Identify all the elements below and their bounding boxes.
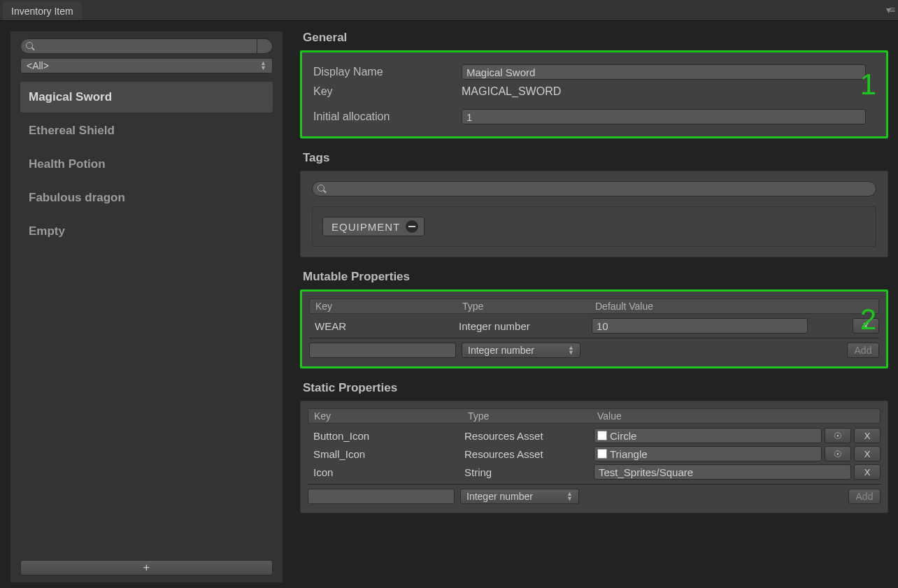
mutable-add-button[interactable]: Add xyxy=(847,343,879,358)
sidebar-panel: <All> ▲▼ Magical Sword Ethereal Shield H… xyxy=(10,31,283,583)
asset-input[interactable]: Circle xyxy=(594,428,822,443)
tab-bar: Inventory Item ▾≡ xyxy=(0,0,898,21)
static-new-type-select[interactable]: Integer number ▲▼ xyxy=(460,489,579,504)
list-item-label: Fabulous dragon xyxy=(29,191,125,205)
select-arrows-icon: ▲▼ xyxy=(568,345,574,355)
initial-allocation-input[interactable] xyxy=(462,109,866,124)
add-label: Add xyxy=(856,491,874,502)
list-item[interactable]: Magical Sword xyxy=(20,82,273,113)
static-section: Key Type Value Button_Icon Resources Ass… xyxy=(300,401,888,513)
select-arrows-icon: ▲▼ xyxy=(566,492,573,501)
target-icon: ☉ xyxy=(834,431,842,441)
section-title-mutable: Mutable Properties xyxy=(303,270,888,284)
static-add-button[interactable]: Add xyxy=(848,489,881,504)
highlight-number-1: 1 xyxy=(860,68,876,101)
mutable-add-row: Integer number ▲▼ Add xyxy=(309,341,879,359)
static-row-key: Small_Icon xyxy=(311,448,464,460)
list-item-label: Health Potion xyxy=(29,157,106,171)
asset-name: Triangle xyxy=(610,448,648,460)
tags-search-input[interactable] xyxy=(312,181,876,196)
initial-allocation-label: Initial allocation xyxy=(313,110,462,123)
static-row-key: Icon xyxy=(311,466,464,478)
static-row: Button_Icon Resources Asset Circle ☉ X xyxy=(308,426,881,445)
header-value: Default Value xyxy=(595,301,873,312)
tab-inventory-item[interactable]: Inventory Item xyxy=(3,1,82,20)
general-section: 1 Display Name Key MAGICAL_SWORD Initial… xyxy=(300,50,888,138)
key-label: Key xyxy=(313,85,462,98)
section-title-static: Static Properties xyxy=(303,381,888,395)
content: General 1 Display Name Key MAGICAL_SWORD… xyxy=(293,21,898,588)
static-row-remove-button[interactable]: X xyxy=(854,446,881,461)
asset-picker-button[interactable]: ☉ xyxy=(825,428,851,443)
list-item[interactable]: Ethereal Shield xyxy=(20,115,273,146)
header-type: Type xyxy=(462,301,595,312)
key-value: MAGICAL_SWORD xyxy=(462,85,561,98)
static-new-key-input[interactable] xyxy=(308,489,455,504)
target-icon: ☉ xyxy=(834,449,842,459)
asset-picker-button[interactable]: ☉ xyxy=(825,446,851,461)
tag-chip-label: EQUIPMENT xyxy=(332,221,400,233)
select-arrows-icon: ▲▼ xyxy=(260,61,266,71)
x-icon: X xyxy=(864,467,871,478)
sidebar-filter-value: <All> xyxy=(27,60,49,71)
asset-swatch-icon xyxy=(597,431,607,440)
x-icon: X xyxy=(864,449,871,459)
static-add-row: Integer number ▲▼ Add xyxy=(308,487,881,505)
sidebar-filter-select[interactable]: <All> ▲▼ xyxy=(20,58,273,73)
tags-search xyxy=(312,181,876,196)
asset-name: Circle xyxy=(610,430,636,442)
panel-menu-icon[interactable]: ▾≡ xyxy=(886,4,894,15)
mutable-row: WEAR Integer number X xyxy=(309,317,879,335)
highlight-number-2: 2 xyxy=(860,303,876,336)
add-label: Add xyxy=(855,345,872,356)
static-row-remove-button[interactable]: X xyxy=(854,464,881,480)
main: <All> ▲▼ Magical Sword Ethereal Shield H… xyxy=(0,21,898,588)
list-item[interactable]: Fabulous dragon xyxy=(20,182,273,213)
list-item-label: Empty xyxy=(29,224,65,238)
list-item[interactable]: Health Potion xyxy=(20,149,273,180)
asset-input[interactable]: Triangle xyxy=(594,446,822,461)
static-row-type: Resources Asset xyxy=(464,430,594,442)
x-icon: X xyxy=(864,431,871,441)
static-new-type-label: Integer number xyxy=(466,491,533,502)
divider xyxy=(308,484,881,485)
static-row-type: Resources Asset xyxy=(464,448,594,460)
tab-label: Inventory Item xyxy=(11,6,73,17)
mutable-new-type-label: Integer number xyxy=(468,345,534,356)
asset-swatch-icon xyxy=(597,449,607,459)
sidebar: <All> ▲▼ Magical Sword Ethereal Shield H… xyxy=(0,21,293,588)
section-title-general: General xyxy=(303,31,888,45)
mutable-new-type-select[interactable]: Integer number ▲▼ xyxy=(462,343,580,358)
item-list: Magical Sword Ethereal Shield Health Pot… xyxy=(20,82,273,560)
mutable-section: 2 Key Type Default Value WEAR Integer nu… xyxy=(300,289,888,368)
mutable-new-key-input[interactable] xyxy=(309,343,456,358)
header-type: Type xyxy=(468,410,597,422)
mutable-row-key: WEAR xyxy=(312,320,459,332)
tags-container: EQUIPMENT xyxy=(312,206,876,247)
display-name-input[interactable] xyxy=(462,64,866,80)
header-key: Key xyxy=(315,301,462,312)
static-table-header: Key Type Value xyxy=(308,408,881,424)
static-row-remove-button[interactable]: X xyxy=(854,428,881,443)
list-item-label: Magical Sword xyxy=(29,90,112,104)
sidebar-search-clear[interactable] xyxy=(257,38,273,54)
header-value: Value xyxy=(597,410,874,422)
sidebar-search xyxy=(20,38,273,54)
static-row-value-input[interactable] xyxy=(594,464,851,480)
tag-remove-icon[interactable] xyxy=(406,220,418,233)
plus-icon: + xyxy=(143,561,150,574)
sidebar-search-input[interactable] xyxy=(20,38,257,54)
static-row: Small_Icon Resources Asset Triangle ☉ X xyxy=(308,445,881,463)
mutable-row-type: Integer number xyxy=(459,320,592,332)
static-row-type: String xyxy=(464,466,594,478)
header-key: Key xyxy=(314,410,468,422)
mutable-row-value-input[interactable] xyxy=(592,318,808,334)
mutable-table-header: Key Type Default Value xyxy=(309,299,879,314)
divider xyxy=(309,338,879,338)
static-row: Icon String X xyxy=(308,463,881,481)
list-item[interactable]: Empty xyxy=(20,216,273,247)
tags-section: EQUIPMENT xyxy=(300,171,888,257)
tag-chip-equipment: EQUIPMENT xyxy=(322,217,425,236)
add-item-button[interactable]: + xyxy=(20,560,273,575)
display-name-label: Display Name xyxy=(313,66,462,78)
